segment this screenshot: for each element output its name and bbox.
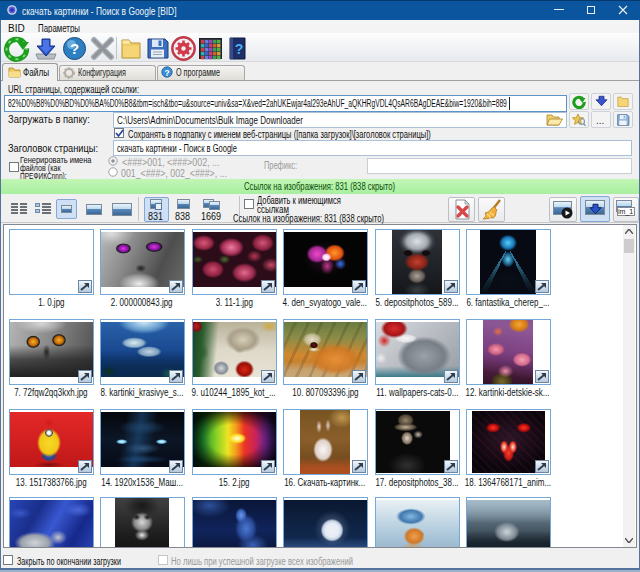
svg-text:?: ? xyxy=(70,40,79,57)
svg-text:?: ? xyxy=(164,68,169,78)
svg-text:?: ? xyxy=(235,41,244,57)
